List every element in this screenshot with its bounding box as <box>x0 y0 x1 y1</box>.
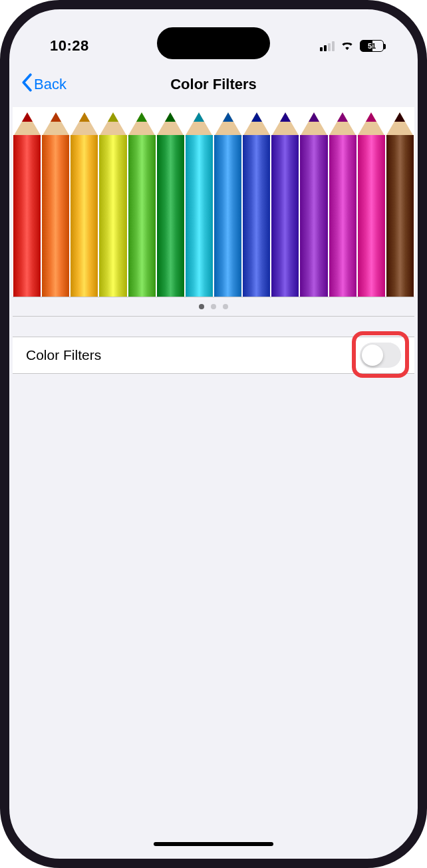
pencil <box>98 107 127 297</box>
status-time: 10:28 <box>50 37 89 55</box>
pencil <box>156 107 185 297</box>
pencil <box>70 107 98 297</box>
page-dot[interactable] <box>223 304 228 309</box>
phone-frame: 10:28 51 Back Co <box>0 0 427 868</box>
battery-icon: 51 <box>360 40 384 52</box>
battery-level: 51 <box>360 42 383 50</box>
home-indicator[interactable] <box>154 842 273 846</box>
pencil <box>299 107 328 297</box>
page-dot[interactable] <box>199 304 204 309</box>
pencil <box>357 107 386 297</box>
pencil <box>185 107 214 297</box>
volume-down-button <box>0 269 1 322</box>
pencil <box>214 107 242 297</box>
pencil <box>386 107 414 297</box>
dynamic-island <box>157 27 270 59</box>
nav-bar: Back Color Filters <box>13 66 414 103</box>
page-dot[interactable] <box>211 304 216 309</box>
pencil <box>271 107 299 297</box>
pencil <box>128 107 156 297</box>
color-filters-label: Color Filters <box>26 347 101 363</box>
back-label: Back <box>34 76 67 93</box>
page-indicator[interactable] <box>13 297 414 317</box>
pencil <box>13 107 41 297</box>
pencil <box>41 107 70 297</box>
toggle-knob <box>362 345 383 366</box>
color-preview-carousel[interactable] <box>13 107 414 297</box>
settings-group: Color Filters <box>13 337 414 374</box>
color-filters-row: Color Filters <box>13 337 414 374</box>
back-button[interactable]: Back <box>21 73 67 96</box>
page-title: Color Filters <box>13 76 414 93</box>
pencil <box>242 107 271 297</box>
volume-up-button <box>0 202 1 255</box>
pencil <box>329 107 357 297</box>
cellular-signal-icon <box>320 41 335 51</box>
color-filters-toggle[interactable] <box>360 343 401 368</box>
chevron-left-icon <box>21 73 33 96</box>
ringer-switch <box>0 154 1 182</box>
wifi-icon <box>340 39 355 53</box>
status-icons: 51 <box>320 39 384 53</box>
